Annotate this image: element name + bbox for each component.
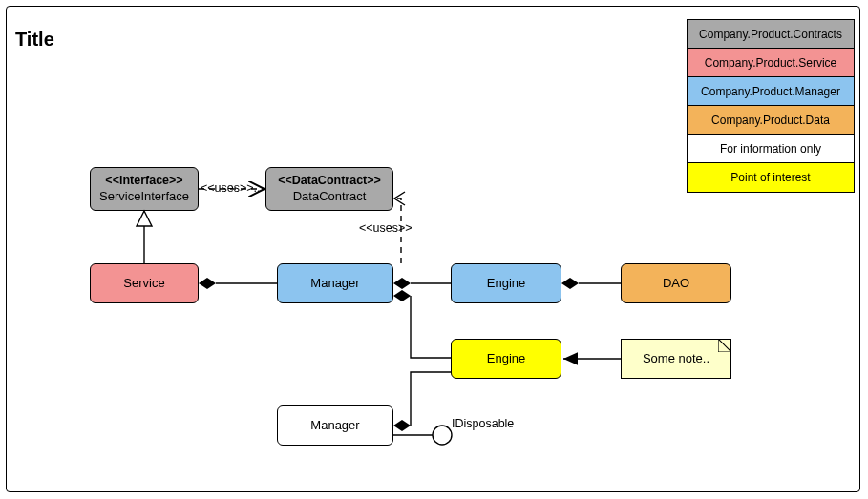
class-name: Manager bbox=[310, 276, 359, 291]
class-name: Engine bbox=[487, 276, 525, 291]
class-name: Manager bbox=[310, 418, 359, 433]
stereotype-label: <<DataContract>> bbox=[278, 174, 381, 189]
legend-row: Company.Product.Service bbox=[688, 49, 854, 77]
class-name: DAO bbox=[663, 276, 689, 291]
node-engine: Engine bbox=[451, 263, 561, 303]
note-fold-icon bbox=[718, 339, 731, 352]
legend-row: Company.Product.Manager bbox=[688, 77, 854, 106]
class-name: Service bbox=[123, 276, 164, 291]
node-service: Service bbox=[90, 263, 199, 303]
legend: Company.Product.Contracts Company.Produc… bbox=[687, 19, 855, 193]
class-name: Engine bbox=[487, 351, 525, 366]
legend-row: Point of interest bbox=[688, 163, 854, 192]
uses-label: <<uses>>.. bbox=[201, 181, 261, 195]
node-service-interface: <<interface>> ServiceInterface bbox=[90, 167, 199, 211]
legend-row: Company.Product.Data bbox=[688, 106, 854, 135]
legend-row: Company.Product.Contracts bbox=[688, 20, 854, 49]
node-note: Some note.. bbox=[621, 339, 731, 379]
node-data-contract: <<DataContract>> DataContract bbox=[265, 167, 393, 211]
page-title: Title bbox=[15, 29, 54, 51]
class-name: ServiceInterface bbox=[99, 189, 189, 204]
stereotype-label: <<interface>> bbox=[105, 174, 182, 189]
node-dao: DAO bbox=[621, 263, 731, 303]
legend-row: For information only bbox=[688, 135, 854, 163]
idisposable-label: IDisposable bbox=[452, 417, 514, 430]
node-engine-highlight: Engine bbox=[451, 339, 561, 379]
node-manager-info: Manager bbox=[277, 405, 393, 446]
uses-label: <<uses>> bbox=[359, 221, 413, 235]
node-manager: Manager bbox=[277, 263, 393, 303]
note-text: Some note.. bbox=[643, 351, 709, 366]
class-name: DataContract bbox=[293, 189, 367, 204]
